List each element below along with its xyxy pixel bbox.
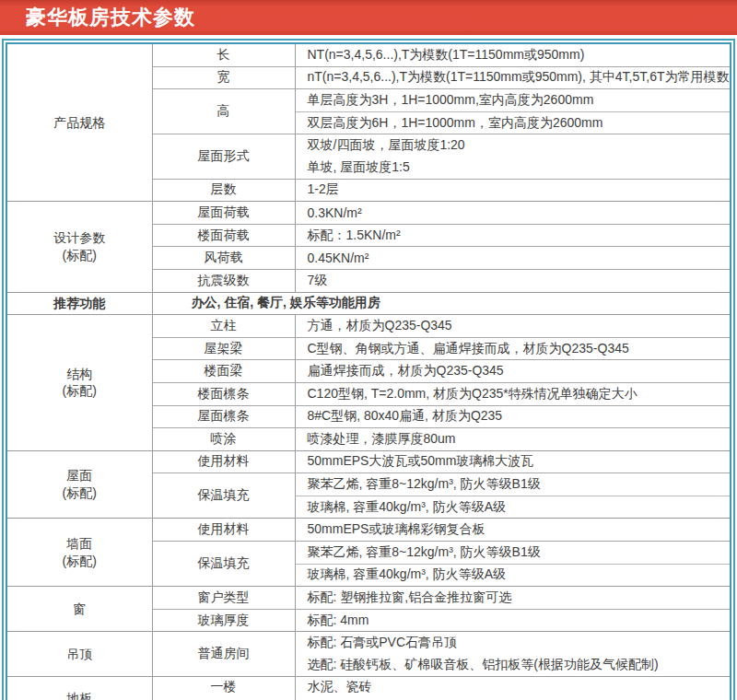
param-value: 水泥、瓷砖 bbox=[295, 676, 730, 698]
category-note: (标配) bbox=[7, 247, 152, 264]
param-value: 扁通焊接而成，材质为Q235-Q345 bbox=[295, 360, 730, 383]
param-value: 7级 bbox=[295, 269, 730, 292]
page-title: 豪华板房技术参数 bbox=[0, 4, 195, 31]
param-label: 楼面檩条 bbox=[152, 382, 295, 405]
category-label: 吊顶 bbox=[7, 646, 152, 663]
category-label: 推荐功能 bbox=[7, 295, 152, 312]
param-value: NT(n=3,4,5,6...),T为模数(1T=1150mm或950mm) bbox=[295, 44, 730, 66]
category-label: 设计参数 bbox=[7, 229, 152, 247]
param-label: 使用材料 bbox=[152, 450, 295, 473]
param-label: 风荷载 bbox=[152, 247, 295, 270]
category-cell: 地板 bbox=[7, 676, 152, 700]
param-value: 1-2层 bbox=[295, 179, 730, 202]
category-cell: 吊顶 bbox=[7, 632, 152, 676]
param-value: 标配: 石膏或PVC石膏吊顶 bbox=[295, 632, 730, 654]
param-label: 玻璃厚度 bbox=[152, 609, 295, 632]
category-label: 屋面 bbox=[7, 467, 152, 484]
category-label: 墙面 bbox=[7, 535, 152, 553]
table-inner-border: 产品规格 长 NT(n=3,4,5,6...),T为模数(1T=1150mm或9… bbox=[6, 42, 731, 700]
param-value: 50mmEPS或玻璃棉彩钢复合板 bbox=[295, 519, 730, 542]
category-label: 地板 bbox=[7, 690, 152, 700]
param-label: 窗户类型 bbox=[152, 587, 295, 610]
category-label: 结构 bbox=[7, 366, 152, 383]
param-label: 屋面荷载 bbox=[152, 202, 295, 225]
param-value: 喷漆处理，漆膜厚度80um bbox=[295, 428, 730, 451]
category-label: 产品规格 bbox=[7, 114, 152, 132]
category-cell: 推荐功能 bbox=[7, 292, 152, 315]
spec-table: 产品规格 长 NT(n=3,4,5,6...),T为模数(1T=1150mm或9… bbox=[7, 44, 730, 700]
category-cell: 墙面 (标配) bbox=[7, 519, 152, 587]
param-value: 标配: 4mm bbox=[295, 609, 730, 632]
param-value: 玻璃棉, 容重40kg/m³, 防火等级A级 bbox=[295, 496, 730, 519]
param-label: 屋面檩条 bbox=[152, 405, 295, 428]
param-value: 单坡, 屋面坡度1:5 bbox=[295, 157, 730, 179]
param-label: 抗震级数 bbox=[152, 269, 295, 292]
category-cell: 屋面 (标配) bbox=[7, 450, 152, 519]
category-cell: 产品规格 bbox=[7, 44, 152, 202]
category-cell: 窗 bbox=[7, 587, 152, 632]
param-value: 聚苯乙烯, 容重8~12kg/m³, 防火等级B1级 bbox=[295, 542, 730, 565]
param-label: 楼面梁 bbox=[152, 360, 295, 383]
param-value: 办公, 住宿, 餐厅, 娱乐等功能用房 bbox=[152, 292, 730, 315]
param-value: 单层高度为3H，1H=1000mm,室内高度为2600mm bbox=[295, 89, 730, 112]
param-value: 50mmEPS大波瓦或50mm玻璃棉大波瓦 bbox=[295, 450, 730, 473]
param-value: C120型钢, T=2.0mm, 材质为Q235*特殊情况单独确定大小 bbox=[295, 382, 730, 405]
param-value: 0.3KN/m² bbox=[295, 202, 730, 225]
param-value: 方通，材质为Q235-Q345 bbox=[295, 315, 730, 338]
param-label: 屋架梁 bbox=[152, 337, 295, 360]
param-value: C型钢、角钢或方通、扁通焊接而成，材质为Q235-Q345 bbox=[295, 337, 730, 360]
title-banner: 豪华板房技术参数 bbox=[0, 0, 737, 35]
category-note: (标配) bbox=[7, 382, 152, 400]
param-value: 玻璃棉, 容重40kg/m³, 防火等级A级 bbox=[295, 564, 730, 587]
param-value: 标配：1.5KN/m² bbox=[295, 224, 730, 247]
param-label: 使用材料 bbox=[152, 519, 295, 542]
category-note: (标配) bbox=[7, 553, 152, 570]
param-value: 8#C型钢, 80x40扁通, 材质为Q235 bbox=[295, 405, 730, 428]
param-value: 双层高度为6H，1H=1000mm，室内高度为2600mm bbox=[295, 111, 730, 134]
param-label: 一楼 bbox=[152, 676, 295, 698]
param-label: 保温填充 bbox=[152, 542, 295, 587]
category-cell: 设计参数 (标配) bbox=[7, 202, 152, 292]
category-note: (标配) bbox=[7, 484, 152, 502]
param-label: 保温填充 bbox=[152, 473, 295, 519]
param-label: 层数 bbox=[152, 179, 295, 202]
param-value: 标配: 塑钢推拉窗,铝合金推拉窗可选 bbox=[295, 587, 730, 610]
param-label: 高 bbox=[152, 89, 295, 134]
param-value: 选配: 硅酸钙板、矿棉吸音板、铝扣板等(根据功能及气候配制) bbox=[295, 654, 730, 676]
category-cell: 结构 (标配) bbox=[7, 315, 152, 451]
param-label: 喷涂 bbox=[152, 428, 295, 451]
param-label: 屋面形式 bbox=[152, 134, 295, 179]
param-label: 长 bbox=[152, 44, 295, 66]
param-value: 双坡/四面坡，屋面坡度1:20 bbox=[295, 134, 730, 157]
param-label: 立柱 bbox=[152, 315, 295, 338]
param-value: nT(n=3,4,5,6...),T为模数(1T=1150mm或950mm), … bbox=[295, 66, 730, 89]
param-label: 宽 bbox=[152, 66, 295, 89]
table-outer-border: 产品规格 长 NT(n=3,4,5,6...),T为模数(1T=1150mm或9… bbox=[2, 39, 735, 700]
param-label: 普通房间 bbox=[152, 632, 295, 676]
param-value: 0.45KN/m² bbox=[295, 247, 730, 270]
param-value: 聚苯乙烯, 容重8~12kg/m³, 防火等级B1级 bbox=[295, 473, 730, 496]
param-label: 楼面荷载 bbox=[152, 224, 295, 247]
category-label: 窗 bbox=[7, 601, 152, 618]
